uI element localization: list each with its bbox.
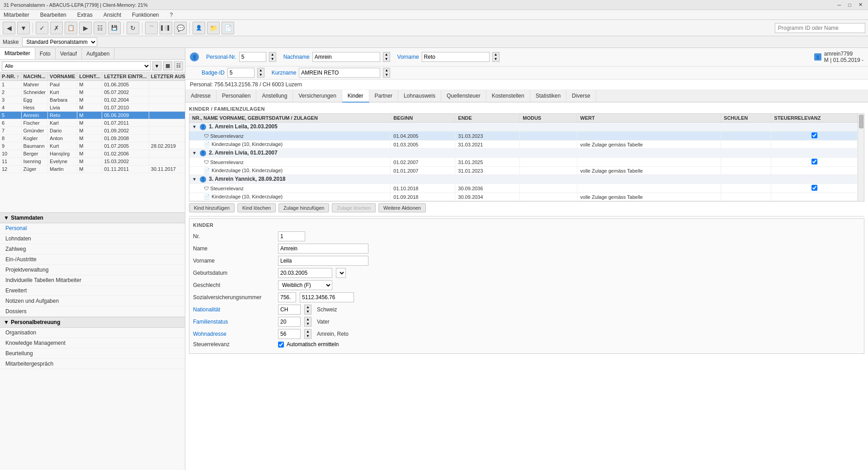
badge-id-spinner[interactable]: ▲ ▼ — [257, 68, 264, 78]
table-row[interactable]: 4 Hess Livia M 01.07.2010 — [0, 104, 185, 112]
tab-kinder[interactable]: Kinder — [342, 90, 369, 103]
name-input[interactable] — [278, 244, 368, 254]
tab-quellensteuer[interactable]: Quellensteuer — [441, 90, 486, 102]
col-eintr[interactable]: LETZTER EINTR... — [102, 72, 149, 81]
tab-aufgaben[interactable]: Aufgaben — [82, 48, 114, 59]
personal-nr-spinner[interactable]: ▲ ▼ — [269, 52, 276, 62]
kinder-entry-row[interactable]: 📄 Kinderzulage (10, Kinderzulage) 01.09.… — [189, 193, 858, 201]
tab-diverse[interactable]: Diverse — [566, 90, 596, 102]
forward-button[interactable]: ▶ — [79, 22, 92, 34]
nationalitaet-label[interactable]: Nationalität — [193, 306, 274, 313]
personalbetreuung-item-beurteilung[interactable]: Beurteilung — [0, 348, 185, 359]
tab-statistiken[interactable]: Statistiken — [530, 90, 566, 102]
steuerrelevanz-checkbox[interactable] — [278, 342, 284, 348]
wohnadresse-label[interactable]: Wohnadresse — [193, 331, 274, 337]
kinder-group-row[interactable]: ▼ 👤 2. Amrein Livia, 01.01.2007 — [189, 149, 858, 158]
personalbetreuung-item-mitarbeitergespräch[interactable]: Mitarbeitergespräch — [0, 359, 185, 369]
kinder-group-row[interactable]: ▼ 👤 3. Amrein Yannick, 28.09.2018 — [189, 175, 858, 184]
report-button[interactable]: 📄 — [222, 22, 234, 34]
nav-button[interactable]: ⎴ — [145, 22, 158, 34]
stammdaten-item-zahlweg[interactable]: Zahlweg — [0, 244, 185, 254]
table-row[interactable]: 2 Schneider Kurt M 05.07.2002 — [0, 89, 185, 96]
stammdaten-item-ein-/austritte[interactable]: Ein-/Austritte — [0, 254, 185, 265]
minimize-button[interactable]: ─ — [836, 2, 843, 8]
personalbetreuung-header[interactable]: ▼ Personalbetreuung — [0, 317, 185, 328]
back-button[interactable]: ◀ — [3, 22, 15, 34]
svnr-number-input[interactable] — [300, 292, 354, 302]
menu-mitarbeiter[interactable]: Mitarbeiter — [2, 11, 31, 19]
nationalitaet-input[interactable] — [278, 305, 301, 315]
stammdaten-item-personal[interactable]: Personal — [0, 223, 185, 234]
discard-button[interactable]: ✗ — [50, 22, 63, 34]
stammdaten-item-dossiers[interactable]: Dossiers — [0, 306, 185, 317]
menu-ansicht[interactable]: Ansicht — [102, 11, 123, 19]
export-button[interactable]: 💾 — [108, 22, 121, 34]
more-actions-button[interactable]: Weitere Aktionen — [378, 203, 426, 212]
table-row[interactable]: 3 Egg Barbara M 01.02.2004 — [0, 96, 185, 104]
filter-button[interactable]: ▼ — [152, 61, 161, 70]
vorname-spinner[interactable]: ▲ ▼ — [492, 52, 500, 62]
mask-select[interactable]: Standard Personalstamm — [22, 38, 97, 47]
familienstatus-spinner[interactable]: ▲ ▼ — [304, 317, 311, 327]
nationalitaet-spinner[interactable]: ▲ ▼ — [304, 305, 311, 315]
col-vorname[interactable]: VORNAME — [48, 72, 77, 81]
grid-view-button[interactable]: ▦ — [163, 61, 172, 70]
stammdaten-item-notizen-und-aufgaben[interactable]: Notizen und Aufgaben — [0, 296, 185, 306]
personalbetreuung-item-knowledge-management[interactable]: Knowledge Management — [0, 338, 185, 348]
stammdaten-item-individuelle-tabellen-mitarbeiter[interactable]: Individuelle Tabellen Mitarbeiter — [0, 275, 185, 286]
program-search-input[interactable] — [775, 23, 865, 33]
nachname-input[interactable] — [312, 52, 380, 62]
folder-button[interactable]: 📁 — [207, 22, 220, 34]
user-button[interactable]: 👤 — [193, 22, 205, 34]
tab-adresse[interactable]: Adresse — [185, 90, 217, 102]
table-row[interactable]: 10 Berger Hansjörg M 01.02.2006 — [0, 150, 185, 158]
geburtsdatum-dropdown[interactable]: ▼ — [336, 268, 346, 278]
list-view-button[interactable]: ☷ — [174, 61, 183, 70]
filter-select[interactable]: Alle — [2, 61, 151, 70]
tab-mitarbeiter[interactable]: Mitarbeiter — [0, 48, 35, 59]
table-row[interactable]: 6 Fischer Karl M 01.07.2011 — [0, 119, 185, 127]
personal-nr-label[interactable]: Personal-Nr. — [206, 54, 236, 60]
tab-partner[interactable]: Partner — [369, 90, 398, 102]
badge-id-label[interactable]: Badge-ID — [202, 70, 225, 76]
collapse-arrow-icon[interactable]: ▼ — [192, 150, 197, 155]
kinder-entry-row[interactable]: 📄 Kinderzulage (10, Kinderzulage) 01.01.… — [189, 167, 858, 175]
kurzname-input[interactable] — [299, 68, 380, 78]
kinder-scroll-thumb[interactable] — [859, 115, 863, 128]
nr-input[interactable] — [278, 231, 305, 241]
table-row[interactable]: 5 Amrein Reto M 05.06.2009 — [0, 112, 185, 119]
vorname-input[interactable] — [422, 52, 490, 62]
tab-versicherungen[interactable]: Versicherungen — [293, 90, 342, 102]
maximize-button[interactable]: □ — [846, 2, 853, 8]
menu-bearbeiten[interactable]: Bearbeiten — [38, 11, 68, 19]
wohnadresse-spinner[interactable]: ▲ ▼ — [304, 329, 311, 339]
personalbetreuung-item-organisation[interactable]: Organisation — [0, 328, 185, 338]
col-nachn[interactable]: NACHN... — [21, 72, 48, 81]
kinder-entry-row[interactable]: 📄 Kinderzulage (10, Kinderzulage) 01.03.… — [189, 141, 858, 149]
tab-lohnausweis[interactable]: Lohnausweis — [398, 90, 441, 102]
delete-child-button[interactable]: Kind löschen — [237, 203, 276, 212]
wohnadresse-input[interactable] — [278, 329, 301, 339]
menu-extras[interactable]: Extras — [75, 11, 94, 19]
nachname-spinner[interactable]: ▲ ▼ — [383, 52, 390, 62]
stammdaten-item-lohndaten[interactable]: Lohndaten — [0, 234, 185, 244]
kinder-entry-row[interactable]: 🛡 Steuerrelevanz 01.10.2018 30.09.2036 — [189, 184, 858, 193]
list-button[interactable]: ☷ — [94, 22, 106, 34]
col-aust[interactable]: LETZTER AUST... — [149, 72, 185, 81]
chat-button[interactable]: 💬 — [174, 22, 187, 34]
stammdaten-item-projektverwaltung[interactable]: Projektverwaltung — [0, 265, 185, 275]
tab-foto[interactable]: Foto — [35, 48, 56, 59]
kinder-entry-row[interactable]: 🛡 Steuerrelevanz 01.04.2005 31.03.2023 — [189, 132, 858, 141]
kinder-group-row[interactable]: ▼ 👤 1. Amrein Leila, 20.03.2005 — [189, 122, 858, 132]
stammdaten-header[interactable]: ▼ Stammdaten — [0, 213, 185, 223]
personal-nr-input[interactable] — [239, 52, 266, 62]
familienstatus-label[interactable]: Familienstatus — [193, 319, 274, 325]
menu-funktionen[interactable]: Funktionen — [130, 11, 160, 19]
save-button[interactable]: ✓ — [36, 22, 48, 34]
close-button[interactable]: ✕ — [857, 2, 864, 8]
add-zulage-button[interactable]: Zulage hinzufügen — [278, 203, 330, 212]
table-row[interactable]: 8 Kogler Anton M 01.09.2008 — [0, 135, 185, 142]
collapse-arrow-icon[interactable]: ▼ — [192, 177, 197, 182]
vorname-detail-input[interactable] — [278, 256, 368, 266]
kinder-scrollbar[interactable] — [858, 114, 864, 201]
